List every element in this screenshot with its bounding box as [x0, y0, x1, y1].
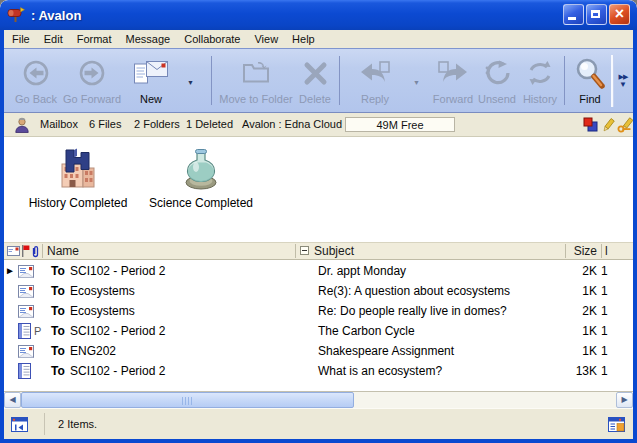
scrollbar-thumb[interactable] — [21, 392, 354, 408]
minimize-button[interactable] — [563, 4, 584, 25]
flask-icon — [178, 147, 224, 191]
pencil-key-icon[interactable] — [617, 117, 634, 133]
document-icon — [18, 321, 31, 341]
window-border-left — [0, 30, 4, 439]
size-text: 13K — [553, 361, 597, 381]
desktop-item-science-completed[interactable]: Science Completed — [146, 147, 256, 210]
free-space-indicator: 49M Free — [345, 117, 455, 132]
table-row[interactable]: ToEcosystemsRe(3): A question about ecos… — [4, 281, 633, 301]
menu-file[interactable]: File — [12, 33, 30, 45]
list-header: Name Subject Size l — [4, 242, 633, 260]
collapse-minus-icon[interactable] — [300, 246, 309, 255]
maximize-button[interactable] — [586, 4, 607, 25]
column-header-subject[interactable]: Subject — [314, 243, 354, 259]
go-forward-button[interactable]: Go Forward — [62, 53, 122, 109]
reply-dropdown-arrow[interactable]: ▼ — [413, 79, 420, 86]
envelope-icon — [18, 301, 34, 321]
find-icon — [574, 53, 606, 93]
size-text: 2K — [553, 301, 597, 321]
recipient-name: Ecosystems — [70, 301, 135, 321]
to-label: To — [51, 261, 65, 281]
toolbar-overflow-chevron[interactable]: ▶▶ ▼ — [613, 73, 633, 89]
subject-text: The Carbon Cycle — [318, 321, 415, 341]
subject-text: Shakespeare Assignment — [318, 341, 454, 361]
subject-text: Re: Do people really live in domes? — [318, 301, 507, 321]
toolbar-separator — [211, 56, 212, 105]
new-dropdown-arrow[interactable]: ▼ — [187, 79, 194, 86]
new-button[interactable]: New — [124, 53, 178, 109]
horizontal-scrollbar[interactable]: ◀ ▶ — [4, 391, 633, 408]
size-text: 2K — [553, 261, 597, 281]
reply-button[interactable]: Reply — [350, 53, 400, 109]
unsend-button[interactable]: Unsend — [474, 53, 520, 109]
message-list: ►ToSCI102 - Period 2Dr. appt Monday2K1To… — [4, 260, 633, 392]
go-back-button[interactable]: Go Back — [10, 53, 62, 109]
subject-text: Re(3): A question about ecosystems — [318, 281, 510, 301]
mailbox-app-icon[interactable] — [7, 7, 25, 23]
scroll-right-arrow[interactable]: ▶ — [616, 392, 633, 408]
selected-row-marker: ► — [5, 261, 17, 281]
reply-icon — [358, 53, 392, 93]
paperclip-column-icon[interactable] — [31, 245, 40, 258]
view-panel-icon[interactable] — [608, 417, 625, 432]
table-row[interactable]: ToENG202Shakespeare Assignment1K1 — [4, 341, 633, 361]
next-column-partial: 1 — [601, 301, 608, 321]
recipient-name: SCI102 - Period 2 — [70, 321, 165, 341]
collapse-panel-icon[interactable] — [11, 417, 28, 432]
move-to-folder-button[interactable]: Move to Folder — [216, 53, 296, 109]
table-row[interactable]: ►ToSCI102 - Period 2Dr. appt Monday2K1 — [4, 261, 633, 281]
menu-message[interactable]: Message — [126, 33, 171, 45]
scroll-left-arrow[interactable]: ◀ — [4, 392, 21, 408]
forward-button[interactable]: Forward — [428, 53, 478, 109]
table-row[interactable]: PToSCI102 - Period 2The Carbon Cycle1K1 — [4, 321, 633, 341]
column-header-size[interactable]: Size — [557, 243, 597, 259]
account-label: Avalon : Edna Cloud — [242, 113, 342, 136]
table-row[interactable]: ToEcosystemsRe: Do people really live in… — [4, 301, 633, 321]
desktop-item-label: Science Completed — [149, 196, 253, 210]
flag-column-icon[interactable] — [21, 245, 30, 257]
desktop-item-history-completed[interactable]: History Completed — [28, 147, 128, 210]
next-column-partial: 1 — [601, 281, 608, 301]
next-column-partial: 1 — [601, 261, 608, 281]
move-to-folder-icon — [241, 53, 271, 93]
free-space-text: 49M Free — [376, 119, 423, 131]
pencil-icon[interactable] — [602, 117, 615, 133]
size-text: 1K — [553, 281, 597, 301]
column-header-partial[interactable]: l — [605, 243, 608, 259]
to-label: To — [51, 281, 65, 301]
items-count-text: 2 Items. — [58, 409, 97, 439]
recipient-name: SCI102 - Period 2 — [70, 261, 165, 281]
location-label: Mailbox — [40, 113, 78, 136]
size-text: 1K — [553, 321, 597, 341]
column-separator — [295, 244, 296, 258]
column-separator — [42, 244, 43, 258]
table-row[interactable]: ToSCI102 - Period 2What is an ecosystem?… — [4, 361, 633, 381]
files-count: 6 Files — [89, 113, 121, 136]
titlebar: : Avalon — [0, 0, 637, 30]
to-label: To — [51, 301, 65, 321]
to-label: To — [51, 321, 65, 341]
history-button[interactable]: History — [518, 53, 562, 109]
menu-format[interactable]: Format — [77, 33, 112, 45]
menu-help[interactable]: Help — [292, 33, 315, 45]
size-text: 1K — [553, 341, 597, 361]
envelope-column-icon[interactable] — [7, 246, 20, 256]
chevron-down-icon: ▼ — [613, 81, 633, 89]
delete-icon — [302, 53, 329, 93]
column-header-name[interactable]: Name — [47, 243, 79, 259]
menu-view[interactable]: View — [254, 33, 278, 45]
toolbar-separator — [339, 56, 340, 105]
application-window: : Avalon File Edit Format Message Collab… — [0, 0, 637, 443]
status-bar: 2 Items. — [4, 408, 633, 439]
find-button[interactable]: Find — [570, 53, 610, 109]
window-border-right — [633, 30, 637, 439]
window-border-bottom — [0, 439, 637, 443]
recipient-name: Ecosystems — [70, 281, 135, 301]
delete-button[interactable]: Delete — [294, 53, 336, 109]
layers-icon[interactable] — [583, 117, 598, 132]
close-button[interactable] — [609, 4, 630, 25]
envelope-icon — [18, 281, 34, 301]
menu-edit[interactable]: Edit — [44, 33, 63, 45]
deleted-count: 1 Deleted — [186, 113, 233, 136]
menu-collaborate[interactable]: Collaborate — [184, 33, 240, 45]
